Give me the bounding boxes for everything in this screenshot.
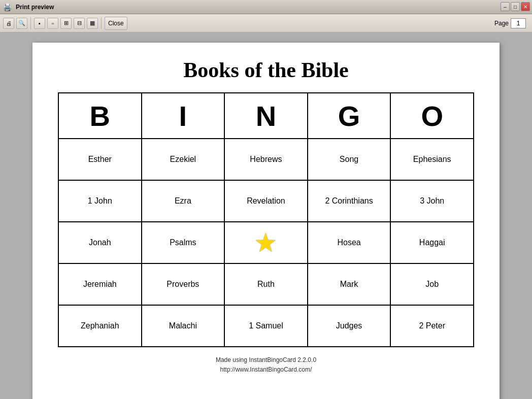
bingo-cell: Jonah xyxy=(58,222,142,263)
bingo-title: Books of the Bible xyxy=(183,58,349,82)
table-row: ZephaniahMalachi1 SamuelJudges2 Peter xyxy=(58,305,474,347)
bingo-cell: Haggai xyxy=(390,222,474,263)
table-row: EstherEzekielHebrewsSongEphesians xyxy=(58,139,474,180)
view-icon-3[interactable]: ⊞ xyxy=(60,18,72,29)
separator-2 xyxy=(101,17,102,29)
header-o: O xyxy=(390,93,474,139)
bingo-cell: Judges xyxy=(308,305,391,347)
bingo-cell: Jeremiah xyxy=(58,263,142,305)
separator-1 xyxy=(30,17,31,29)
header-i: I xyxy=(142,93,225,139)
bingo-cell: Ezra xyxy=(142,180,225,222)
paper: Books of the Bible B I N G O EstherEzeki… xyxy=(32,43,500,399)
bingo-cell: Revelation xyxy=(224,180,308,222)
bingo-header-row: B I N G O xyxy=(58,93,474,139)
zoom-icon[interactable]: 🔍 xyxy=(16,18,27,29)
bingo-cell: Ephesians xyxy=(390,139,474,180)
page-label: Page xyxy=(494,20,509,27)
bingo-cell: 3 John xyxy=(390,180,474,222)
view-icon-4[interactable]: ⊟ xyxy=(74,18,85,29)
window-controls: – □ ✕ xyxy=(501,2,530,11)
bingo-cell: Zephaniah xyxy=(58,305,142,347)
window-title: Print preview xyxy=(16,4,54,11)
table-row: JeremiahProverbsRuthMarkJob xyxy=(58,263,474,305)
bingo-cell: Esther xyxy=(58,139,142,180)
footer-line1: Made using InstantBingoCard 2.2.0.0 xyxy=(216,355,316,365)
bingo-cell: Hosea xyxy=(308,222,391,263)
bingo-cell: 2 Peter xyxy=(390,305,474,347)
bingo-cell: 2 Corinthians xyxy=(308,180,391,222)
footer: Made using InstantBingoCard 2.2.0.0 http… xyxy=(216,355,316,375)
close-preview-button[interactable]: Close xyxy=(105,17,127,30)
bingo-cell: 1 Samuel xyxy=(224,305,308,347)
bingo-cell: ★ xyxy=(224,222,308,263)
toolbar: 🖨 🔍 ▪ ▫ ⊞ ⊟ ▦ Close Page xyxy=(0,14,532,32)
bingo-cell: Psalms xyxy=(142,222,225,263)
page-info: Page xyxy=(494,18,526,28)
header-g: G xyxy=(308,93,391,139)
maximize-button[interactable]: □ xyxy=(511,2,520,11)
bingo-cell: Job xyxy=(390,263,474,305)
main-area: Books of the Bible B I N G O EstherEzeki… xyxy=(0,32,532,399)
view-icon-5[interactable]: ▦ xyxy=(87,18,98,29)
bingo-cell: Mark xyxy=(308,263,391,305)
bingo-cell: Hebrews xyxy=(224,139,308,180)
bingo-cell: 1 John xyxy=(58,180,142,222)
table-row: 1 JohnEzraRevelation2 Corinthians3 John xyxy=(58,180,474,222)
close-button[interactable]: ✕ xyxy=(521,2,530,11)
bingo-cell: Malachi xyxy=(142,305,225,347)
footer-line2: http://www.InstantBingoCard.com/ xyxy=(216,365,316,375)
bingo-cell: Proverbs xyxy=(142,263,225,305)
bingo-cell: Ruth xyxy=(224,263,308,305)
view-icon-1[interactable]: ▪ xyxy=(34,18,45,29)
free-space-star: ★ xyxy=(254,227,278,258)
table-row: JonahPsalms★HoseaHaggai xyxy=(58,222,474,263)
print-icon[interactable]: 🖨 xyxy=(3,18,14,29)
bingo-cell: Song xyxy=(308,139,391,180)
bingo-cell: Ezekiel xyxy=(142,139,225,180)
header-b: B xyxy=(58,93,142,139)
view-icon-2[interactable]: ▫ xyxy=(47,18,58,29)
header-n: N xyxy=(224,93,308,139)
title-bar: 🖨️ Print preview – □ ✕ xyxy=(0,0,532,14)
minimize-button[interactable]: – xyxy=(501,2,510,11)
page-number-input[interactable] xyxy=(511,18,526,28)
bingo-grid: B I N G O EstherEzekielHebrewsSongEphesi… xyxy=(58,92,474,347)
